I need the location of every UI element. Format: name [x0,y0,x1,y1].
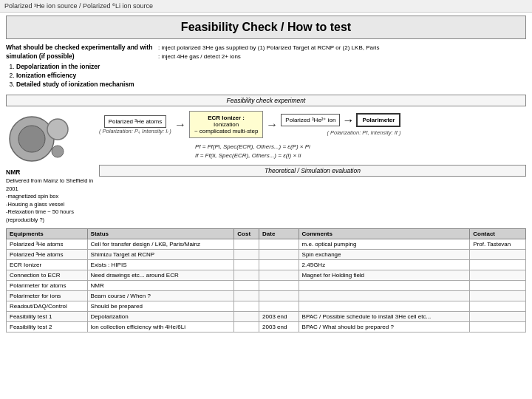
table-row: Feasibility test 2Ion collection efficie… [7,322,526,332]
cell-comments: BPAC / Possible schedule to install 3He … [299,312,470,322]
cell-date [259,250,299,260]
item2: Ionization efficiency [16,72,76,79]
table-row: Polarimeter for atomsNMR [7,281,526,291]
cell-date: 2003 end [259,312,299,322]
cell-comments [299,301,470,312]
pol-atoms-label: Polarized ³He atoms [109,118,162,125]
ecr-label: ECR Ionizer : [194,115,258,121]
cell-contact [470,281,526,291]
ecr-sub2: ~ complicated multi-step [194,128,258,134]
delivered-line4: -Relaxation time ~ 50 hours (reproducibl… [6,208,95,224]
cell-cost [234,260,259,270]
flow-area: Polarized ³He atoms ( Polarization: Pᵢ, … [99,111,526,225]
cell-cost [234,250,259,260]
polarimeter-box: Polarimeter [356,113,400,127]
cell-date [259,301,299,312]
cell-comments [299,291,470,301]
what-checked-section: What should be checked experimentally an… [6,44,154,92]
list-item: Depolarization in the ionizer [16,63,154,72]
cell-equipment: Polarimeter for atoms [7,281,88,291]
ecr-sub: Ionization [194,121,258,128]
cell-cost [234,322,259,332]
cell-comments: m.e. optical pumping [299,239,470,250]
col-status: Status [87,229,234,239]
cell-cost [234,239,259,250]
diagram-section: NMR Delivered from Mainz to Sheffield in… [6,111,526,225]
nmr-label: NMR [6,168,95,176]
delivered-text: Delivered from Mainz to Sheffield in 200… [6,177,95,224]
delivered-line2: -magnetized spin box [6,193,95,201]
cell-equipment: ECR Ionizer [7,260,88,270]
arrow-right-3: → [342,114,354,127]
circles-image [6,111,80,166]
cell-status: Ion collection efficiency with 4He/6Li [87,322,234,332]
ecr-box: ECR Ionizer : Ionization ~ complicated m… [189,111,263,138]
arrow-right-2: → [266,118,278,132]
left-diagram: NMR Delivered from Mainz to Sheffield in… [6,111,95,225]
cell-comments [299,281,470,291]
cell-contact [470,301,526,312]
cell-status: NMR [87,281,234,291]
col-date: Date [259,229,299,239]
header-row: Equipments Status Cost Date Comments Con… [7,229,526,239]
cell-cost [234,281,259,291]
delivered-line3: -Housing a glass vessel [6,201,95,209]
pol-ion-label: Polarized ³He²⁺ ion [285,117,335,123]
image-area [6,111,80,166]
cell-date [259,291,299,301]
col-equipment: Equipments [7,229,88,239]
desc1: : inject polarized 3He gas supplied by (… [158,44,526,52]
breadcrumb: Polarized ³He ion source / Polarized ⁶Li… [0,0,532,13]
cell-cost [234,291,259,301]
svg-point-3 [52,146,64,157]
desc2: : inject 4He gas / detect 2+ ions [158,52,526,61]
pol-he-ion-box: Polarized ³He²⁺ ion [281,114,340,126]
cell-equipment: Feasibility test 1 [7,312,88,322]
table-row: ECR IonizerExists : HIPIS2.45GHz [7,260,526,270]
col-cost: Cost [234,229,259,239]
what-checked-text: What should be checked experimentally an… [6,44,154,89]
cell-equipment: Polarized ³He atoms [7,239,88,250]
cell-status: Cell for transfer design / LKB, Paris/Ma… [87,239,234,250]
main-container: Feasibility Check / How to test What sho… [0,13,532,335]
ion-row: Polarized ³He²⁺ ion → Polarimeter [281,113,400,127]
cell-status: Shimizu Target at RCNP [87,250,234,260]
cell-equipment: Polarized ³He atoms [7,250,88,260]
cell-date [259,260,299,270]
cell-status: Should be prepared [87,301,234,312]
flow-diagram-row: Polarized ³He atoms ( Polarization: Pᵢ, … [99,111,526,138]
cell-equipment: Feasibility test 2 [7,322,88,332]
cell-date [259,270,299,281]
list-item: Ionization efficiency [16,72,154,81]
item3: Detailed study of ionization mechanism [16,81,134,88]
item1: Depolarization in the ionizer [16,63,100,70]
description-section: : inject polarized 3He gas supplied by (… [158,44,526,92]
what-checked-list: Depolarization in the ionizer Ionization… [6,63,154,89]
polarimeter-label: Polarimeter [362,117,395,123]
pol-atoms-section: Polarized ³He atoms ( Polarization: Pᵢ, … [99,115,171,134]
list-item: Detailed study of ionization mechanism [16,81,154,89]
cell-equipment: Connection to ECR [7,270,88,281]
svg-point-1 [18,126,45,152]
page-title: Feasibility Check / How to test [6,16,526,39]
cell-contact [470,322,526,332]
cell-date: 2003 end [259,322,299,332]
table-header: Equipments Status Cost Date Comments Con… [7,229,526,239]
cell-cost [234,301,259,312]
what-checked-title: What should be checked experimentally an… [6,44,154,61]
svg-point-2 [47,119,68,140]
cell-contact [470,250,526,260]
col-contact: Contact [470,229,526,239]
formula1: Pf = Ff(Pi, Spec(ECR), Others...) = ε(P)… [195,143,526,151]
table-row: Polarized ³He atomsShimizu Target at RCN… [7,250,526,260]
table-row: Polarized ³He atomsCell for transfer des… [7,239,526,250]
pol-he-atoms-box: Polarized ³He atoms [104,115,166,128]
table-row: Polarimeter for ionsBeam course / When ? [7,291,526,301]
cell-comments: Spin exchange [299,250,470,260]
arrow-right-1: → [174,118,186,132]
cell-equipment: Polarimeter for ions [7,291,88,301]
cell-contact [470,312,526,322]
cell-status: Need drawings etc... around ECR [87,270,234,281]
cell-cost [234,270,259,281]
delivered-line1: Delivered from Mainz to Sheffield in 200… [6,177,95,193]
